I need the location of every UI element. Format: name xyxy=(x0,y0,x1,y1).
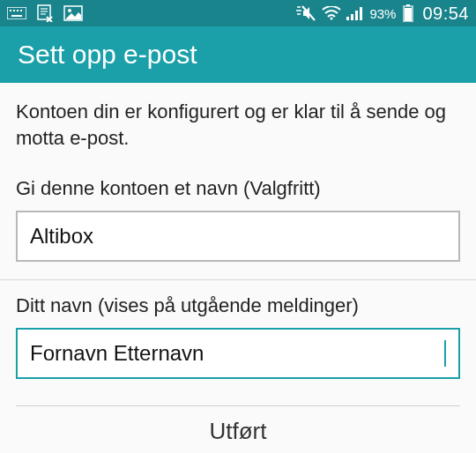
your-name-input[interactable]: Fornavn Etternavn xyxy=(30,341,443,366)
signal-icon xyxy=(346,6,364,20)
status-bar: 93% 09:54 xyxy=(0,0,476,26)
app-header: Sett opp e-post xyxy=(0,26,476,83)
svg-point-13 xyxy=(331,18,333,20)
your-name-input-wrap[interactable]: Fornavn Etternavn xyxy=(16,328,460,379)
svg-rect-14 xyxy=(346,17,349,20)
svg-rect-3 xyxy=(17,10,19,11)
document-icon xyxy=(37,4,53,22)
svg-rect-17 xyxy=(360,7,362,20)
account-name-label: Gi denne kontoen et navn (Valgfritt) xyxy=(16,177,460,200)
svg-rect-15 xyxy=(351,14,353,20)
battery-icon xyxy=(403,4,413,22)
divider xyxy=(0,279,476,280)
clock: 09:54 xyxy=(422,4,469,24)
svg-rect-20 xyxy=(405,8,412,21)
status-left xyxy=(7,4,83,22)
content-area: Kontoen din er konfigurert og er klar ti… xyxy=(0,83,476,453)
done-button[interactable]: Utført xyxy=(16,406,460,453)
svg-rect-2 xyxy=(13,10,15,11)
picture-icon xyxy=(63,5,83,21)
account-name-input-wrap[interactable]: Altibox xyxy=(16,211,460,262)
wifi-icon xyxy=(322,6,341,20)
status-right: 93% 09:54 xyxy=(295,4,469,24)
text-caret xyxy=(444,340,446,367)
svg-rect-16 xyxy=(355,11,358,20)
your-name-label: Ditt navn (vises på utgående meldinger) xyxy=(16,294,460,317)
button-bar: Utført xyxy=(16,405,460,453)
svg-point-11 xyxy=(68,9,71,12)
mute-vibrate-icon xyxy=(295,5,316,21)
svg-rect-5 xyxy=(11,15,22,17)
svg-rect-4 xyxy=(20,10,22,11)
intro-text: Kontoen din er konfigurert og er klar ti… xyxy=(16,99,460,151)
svg-rect-1 xyxy=(10,10,11,11)
keyboard-icon xyxy=(7,7,26,19)
page-title: Sett opp e-post xyxy=(18,40,197,70)
battery-percent: 93% xyxy=(369,6,396,21)
svg-rect-0 xyxy=(7,7,26,19)
account-name-input[interactable]: Altibox xyxy=(30,224,446,249)
